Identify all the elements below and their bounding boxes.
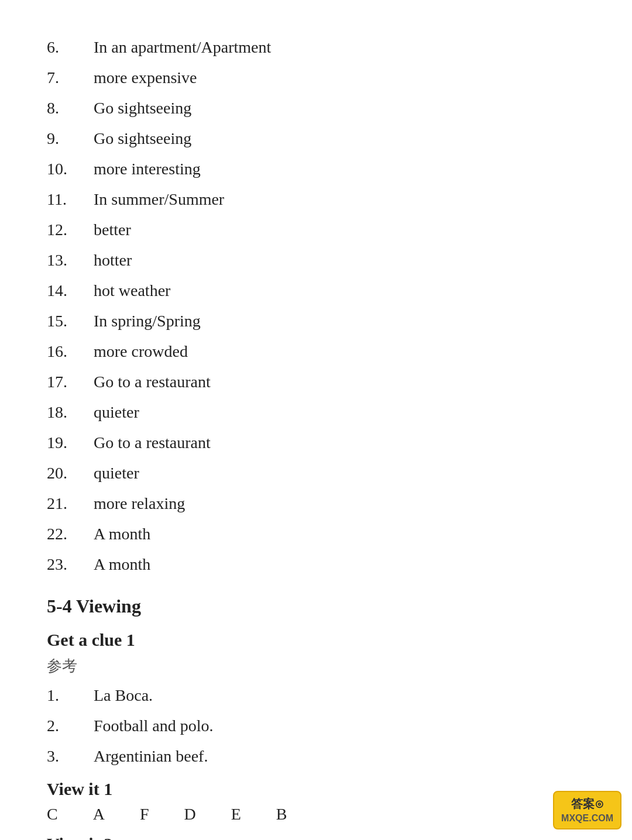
view-it-1-letter: A (93, 805, 105, 824)
view-it-2: View it 21.widest2.cuts through3.footbal… (47, 834, 585, 840)
list-item: 3.Argentinian beef. (47, 744, 585, 769)
list-item: 16.more crowded (47, 339, 585, 364)
list-item: 23.A month (47, 552, 585, 577)
list-text: A month (94, 522, 150, 546)
list-item: 19.Go to a restaurant (47, 431, 585, 455)
view-it-2-heading: View it 2 (47, 834, 585, 840)
list-text: Go sightseeing (94, 126, 191, 151)
view-it-1-letter: F (140, 805, 149, 824)
list-text: A month (94, 552, 150, 577)
list-text: La Boca. (94, 683, 153, 708)
list-number: 19. (47, 431, 94, 455)
list-number: 20. (47, 461, 94, 486)
list-number: 7. (47, 66, 94, 90)
list-item: 13.hotter (47, 248, 585, 273)
list-number: 3. (47, 744, 94, 769)
list-item: 7.more expensive (47, 66, 585, 90)
list-text: more crowded (94, 339, 188, 364)
list-item: 17.Go to a restaurant (47, 370, 585, 394)
list-item: 8.Go sightseeing (47, 96, 585, 121)
section-54: 5-4 ViewingGet a clue 1参考1.La Boca.2.Foo… (47, 593, 585, 840)
list-text: Go to a restaurant (94, 431, 211, 455)
list-text: hot weather (94, 278, 170, 303)
list-number: 16. (47, 339, 94, 364)
view-it-1-heading: View it 1 (47, 779, 585, 799)
list-number: 17. (47, 370, 94, 394)
list-item: 21.more relaxing (47, 491, 585, 516)
list-text: In spring/Spring (94, 309, 201, 333)
list-number: 21. (47, 491, 94, 516)
list-item: 9.Go sightseeing (47, 126, 585, 151)
list-text: more relaxing (94, 491, 185, 516)
view-it-1-letter: D (184, 805, 196, 824)
list-item: 11.In summer/Summer (47, 187, 585, 212)
list-number: 6. (47, 35, 94, 60)
view-it-1-letter: E (231, 805, 241, 824)
list-item: 12.better (47, 218, 585, 242)
view-it-1-row: CAFDEB (47, 805, 585, 824)
numbered-list: 6.In an apartment/Apartment7.more expens… (47, 35, 585, 577)
list-number: 13. (47, 248, 94, 273)
get-a-clue-1: Get a clue 1参考1.La Boca.2.Football and p… (47, 630, 585, 769)
list-number: 18. (47, 400, 94, 425)
list-text: quieter (94, 461, 139, 486)
get-a-clue-1-heading: Get a clue 1 (47, 630, 585, 650)
list-item: 10.more interesting (47, 157, 585, 181)
watermark-line2: MXQE.COM (561, 812, 613, 825)
list-number: 11. (47, 187, 94, 212)
list-item: 6.In an apartment/Apartment (47, 35, 585, 60)
list-number: 1. (47, 683, 94, 708)
list-text: Go sightseeing (94, 96, 191, 121)
list-text: Argentinian beef. (94, 744, 208, 769)
watermark: 答案⊙ MXQE.COM (553, 791, 621, 829)
list-number: 15. (47, 309, 94, 333)
list-number: 2. (47, 714, 94, 738)
view-it-1: View it 1CAFDEB (47, 779, 585, 824)
list-text: more interesting (94, 157, 201, 181)
list-text: more expensive (94, 66, 197, 90)
list-number: 12. (47, 218, 94, 242)
list-text: hotter (94, 248, 132, 273)
view-it-1-letter: B (276, 805, 287, 824)
list-number: 14. (47, 278, 94, 303)
list-item: 1.La Boca. (47, 683, 585, 708)
list-item: 15.In spring/Spring (47, 309, 585, 333)
list-number: 22. (47, 522, 94, 546)
list-number: 10. (47, 157, 94, 181)
list-item: 18.quieter (47, 400, 585, 425)
list-number: 9. (47, 126, 94, 151)
list-text: quieter (94, 400, 139, 425)
list-item: 2.Football and polo. (47, 714, 585, 738)
list-number: 8. (47, 96, 94, 121)
section-heading: 5-4 Viewing (47, 593, 585, 619)
list-text: Football and polo. (94, 714, 214, 738)
list-number: 23. (47, 552, 94, 577)
list-text: Go to a restaurant (94, 370, 211, 394)
list-item: 14.hot weather (47, 278, 585, 303)
list-text: In summer/Summer (94, 187, 224, 212)
list-text: better (94, 218, 131, 242)
view-it-1-letter: C (47, 805, 58, 824)
chinese-chars: 参考 (47, 656, 585, 676)
watermark-line1: 答案⊙ (561, 796, 613, 812)
list-item: 22.A month (47, 522, 585, 546)
list-item: 20.quieter (47, 461, 585, 486)
list-text: In an apartment/Apartment (94, 35, 271, 60)
